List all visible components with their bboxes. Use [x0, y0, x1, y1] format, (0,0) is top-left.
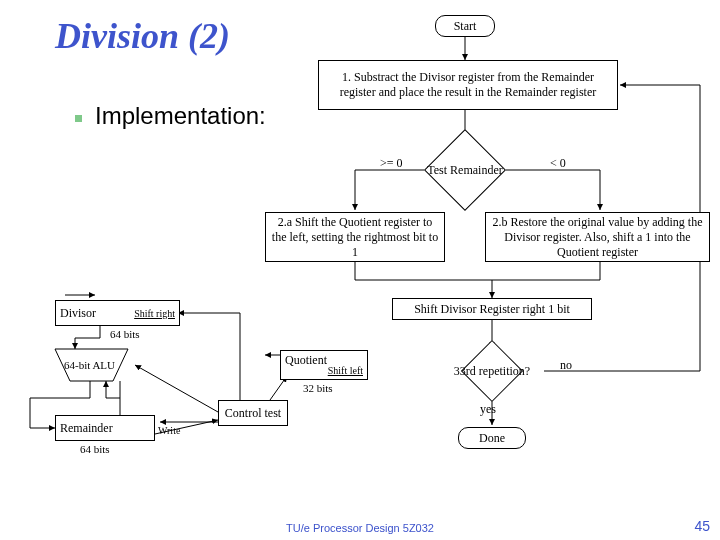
dp-write-label: Write — [158, 425, 180, 436]
dp-64bits-a: 64 bits — [110, 328, 140, 340]
dp-control: Control test — [218, 400, 288, 426]
fc-step2a: 2.a Shift the Quotient register to the l… — [265, 212, 445, 262]
fc-lt0-label: < 0 — [550, 156, 566, 171]
dp-shift-right: Shift right — [134, 308, 175, 319]
dp-shift-left: Shift left — [328, 366, 363, 376]
dp-quotient: Quotient Shift left — [280, 350, 368, 380]
svg-line-5 — [135, 365, 218, 412]
page-number: 45 — [694, 518, 710, 534]
dp-divisor: Divisor Shift right — [55, 300, 180, 326]
fc-start: Start — [435, 15, 495, 37]
footer-center: TU/e Processor Design 5Z032 — [0, 522, 720, 534]
dp-remainder-label: Remainder — [60, 421, 113, 436]
dp-alu-label: 64-bit ALU — [64, 359, 115, 371]
fc-done: Done — [458, 427, 526, 449]
fc-no-label: no — [560, 358, 572, 373]
fc-rep-label: 33rd repetition? — [454, 364, 530, 379]
dp-quotient-label: Quotient — [285, 354, 327, 366]
slide-title: Division (2) — [55, 15, 230, 57]
fc-test-label: Test Remainder — [427, 163, 502, 178]
fc-step2b: 2.b Restore the original value by adding… — [485, 212, 710, 262]
bullet-icon — [75, 115, 82, 122]
fc-yes-label: yes — [480, 402, 496, 417]
dp-32bits: 32 bits — [303, 382, 333, 394]
fc-rep: 33rd repetition? — [470, 349, 514, 393]
fc-ge0-label: >= 0 — [380, 156, 403, 171]
dp-divisor-label: Divisor — [60, 306, 96, 321]
fc-test-remainder: Test Remainder — [436, 141, 494, 199]
dp-64bits-b: 64 bits — [80, 443, 110, 455]
dp-remainder: Remainder — [55, 415, 155, 441]
fc-step1: 1. Substract the Divisor register from t… — [318, 60, 618, 110]
bullet-text: Implementation: — [95, 102, 266, 130]
fc-shiftdiv: Shift Divisor Register right 1 bit — [392, 298, 592, 320]
